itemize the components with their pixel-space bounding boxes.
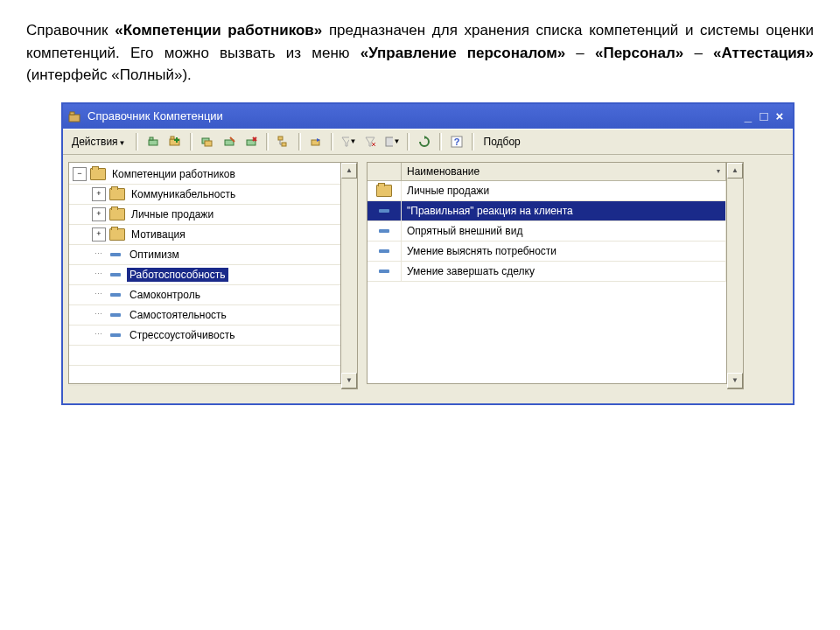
svg-text:?: ? (453, 136, 459, 147)
copy-icon[interactable] (199, 133, 216, 150)
grid-cell-name: Умение выяснять потребности (402, 242, 726, 261)
item-icon (368, 221, 402, 241)
scroll-up-icon[interactable]: ▲ (341, 163, 357, 178)
titlebar[interactable]: Справочник Компетенции _ □ × (63, 104, 793, 129)
filter-clear-icon[interactable] (361, 133, 379, 150)
tree-label: Самостоятельность (127, 308, 229, 322)
grid-scrollbar[interactable]: ▲ ▼ (727, 162, 744, 389)
grid-row[interactable]: Опрятный внешний вид (368, 221, 726, 242)
tree-item[interactable]: ⋯Самостоятельность (69, 305, 340, 326)
sort-icon[interactable]: ▼ (383, 133, 401, 150)
svg-rect-15 (278, 136, 283, 140)
expand-icon[interactable]: + (92, 187, 106, 201)
svg-rect-1 (70, 112, 74, 115)
tree-label: Работоспособность (127, 268, 228, 282)
close-button[interactable]: × (772, 108, 788, 123)
tree-item[interactable]: ⋯Самоконтроль (69, 285, 340, 305)
tree-branch-icon: ⋯ (92, 289, 104, 301)
grid-cell-name: Личные продажи (402, 181, 726, 200)
tree-branch-icon: ⋯ (92, 329, 104, 341)
hierarchy-icon[interactable] (275, 133, 292, 150)
grid-row[interactable]: Умение завершать сделку (368, 262, 726, 282)
expand-icon[interactable]: + (92, 228, 106, 242)
grid-row[interactable]: "Правильная" реакция на клиента (368, 201, 726, 221)
tree-empty-row (69, 346, 340, 366)
grid-row[interactable]: Личные продажи (368, 181, 726, 201)
tree-item[interactable]: ⋯Оптимизм (69, 245, 340, 265)
item-icon (368, 201, 402, 220)
window-title: Справочник Компетенции (88, 109, 740, 122)
edit-icon[interactable] (220, 133, 238, 150)
item-icon (368, 262, 402, 281)
scroll-down-icon[interactable]: ▼ (727, 373, 743, 388)
tree-label: Коммуникабельность (129, 187, 238, 201)
help-icon[interactable]: ? (448, 133, 466, 150)
actions-menu[interactable]: Действия▼ (68, 136, 130, 148)
grid-header-icon-col[interactable] (368, 163, 402, 180)
folder-icon (109, 208, 125, 220)
tree-item[interactable]: +Личные продажи (69, 205, 340, 225)
grid-cell-name: Умение завершать сделку (402, 262, 726, 281)
minimize-button[interactable]: _ (740, 108, 756, 123)
tree-branch-icon: ⋯ (92, 309, 104, 321)
svg-rect-5 (171, 136, 174, 139)
folder-icon (368, 181, 402, 200)
tree-item[interactable]: ⋯Работоспособность (69, 265, 340, 285)
svg-rect-3 (150, 137, 153, 140)
folder-icon (109, 228, 125, 241)
item-icon (108, 248, 123, 261)
tree-label: Оптимизм (127, 248, 182, 262)
app-icon (68, 109, 82, 123)
grid-row[interactable]: Умение выяснять потребности (368, 242, 726, 262)
grid-cell-name: Опрятный внешний вид (402, 221, 726, 241)
tree-branch-icon: ⋯ (92, 248, 104, 261)
selection-button[interactable]: Подбор (480, 136, 524, 148)
scroll-down-icon[interactable]: ▼ (341, 373, 357, 388)
grid-header-name-col[interactable]: Наименование▾ (402, 163, 726, 180)
tree-root[interactable]: −Компетенции работников (69, 164, 340, 185)
tree-branch-icon: ⋯ (92, 269, 104, 281)
svg-rect-0 (69, 115, 80, 122)
svg-rect-16 (282, 143, 286, 146)
item-icon (368, 242, 402, 261)
scroll-up-icon[interactable]: ▲ (727, 163, 743, 178)
tree-label: Мотивация (129, 228, 188, 242)
move-icon[interactable] (307, 133, 325, 150)
tree-item[interactable]: +Коммуникабельность (69, 185, 340, 205)
grid-header[interactable]: Наименование▾ (368, 163, 726, 181)
collapse-icon[interactable]: − (73, 167, 87, 181)
tree-label: Стрессоустойчивость (127, 328, 237, 342)
tree-item[interactable]: +Мотивация (69, 225, 340, 245)
item-icon (108, 269, 123, 281)
svg-rect-2 (149, 140, 158, 145)
tree-label: Самоконтроль (127, 288, 203, 302)
item-icon (108, 289, 123, 301)
refresh-icon[interactable] (416, 133, 433, 150)
expand-icon[interactable]: + (92, 207, 106, 221)
add-group-icon[interactable] (166, 133, 184, 150)
item-icon (108, 309, 123, 321)
grid-panel: Наименование▾ Личные продажи"Правильная"… (367, 162, 727, 384)
tree-panel: −Компетенции работников+Коммуникабельнос… (68, 162, 341, 384)
filter-icon[interactable]: ▼ (340, 133, 357, 150)
svg-rect-9 (205, 141, 212, 146)
maximize-button[interactable]: □ (756, 108, 772, 123)
folder-icon (90, 168, 106, 180)
delete-icon[interactable] (242, 133, 260, 150)
svg-rect-20 (386, 137, 393, 146)
folder-icon (109, 188, 125, 200)
tree-empty-row (69, 366, 340, 386)
add-item-icon[interactable] (144, 133, 162, 150)
tree-scrollbar[interactable]: ▲ ▼ (341, 162, 358, 389)
app-window: Справочник Компетенции _ □ × Действия▼ ▼… (61, 102, 794, 405)
toolbar: Действия▼ ▼ ▼ ? Подбор (63, 129, 793, 155)
item-icon (108, 329, 123, 341)
tree-label: Личные продажи (129, 207, 216, 221)
tree-label: Компетенции работников (109, 167, 238, 181)
tree-item[interactable]: ⋯Стрессоустойчивость (69, 326, 340, 346)
grid-cell-name: "Правильная" реакция на клиента (402, 201, 726, 220)
documentation-paragraph: Справочник «Компетенции работников» пред… (26, 19, 814, 87)
